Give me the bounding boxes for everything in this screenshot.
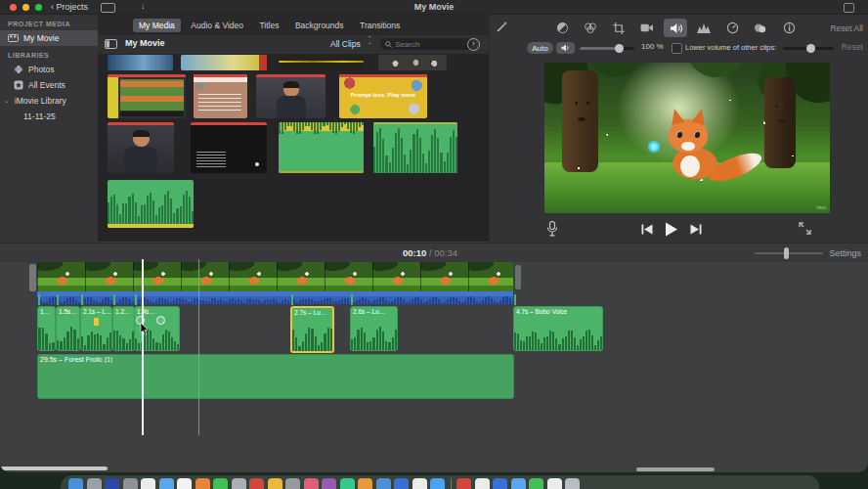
app-4-dock-icon[interactable] [123,478,138,489]
window-action-icon[interactable] [844,3,854,13]
audio-clip[interactable]: 2.1s – L… [80,306,112,351]
reset-button[interactable]: Reset [842,42,863,52]
browser-advance-icon[interactable]: ‹ [467,38,480,51]
app-17-dock-icon[interactable] [358,478,372,489]
disclosure-chevron-icon[interactable]: ⌄ [4,97,10,105]
app-14-dock-icon[interactable] [304,478,319,489]
sidebar-item-photos[interactable]: Photos [0,62,98,77]
sidebar-item-imovie-library[interactable]: ⌄ iMovie Library [0,93,98,109]
media-thumbnail-presenter-2[interactable] [108,122,174,173]
media-thumbnail-presenter[interactable] [256,74,326,118]
trash-dock-icon[interactable] [565,478,580,489]
dropdown-chevrons-icon[interactable]: ⌃⌄ [368,36,372,44]
video-clip-strip[interactable] [37,262,513,291]
speed-button[interactable] [720,19,744,37]
next-frame-button[interactable] [690,224,702,235]
auto-volume-button[interactable]: Auto [527,42,553,54]
app-15-dock-icon[interactable] [322,478,336,489]
timeline-zoom-knob[interactable] [784,247,789,259]
tab-my-media[interactable]: My Media [133,19,181,32]
app-19-dock-icon[interactable] [394,478,409,489]
app-2-dock-icon[interactable] [87,478,102,489]
app-11-dock-icon[interactable] [249,478,264,489]
clip-filter-dropdown[interactable]: All Clips [330,39,361,49]
timeline-zoom-slider[interactable] [755,252,823,254]
sidebar-toggle-icon[interactable] [105,39,117,49]
lower-volume-checkbox[interactable] [672,43,682,54]
play-button[interactable] [665,222,678,237]
tab-titles[interactable]: Titles [253,19,284,32]
app-10-dock-icon[interactable] [232,478,246,489]
app-8-dock-icon[interactable] [195,478,210,489]
clip-info-button[interactable] [777,19,801,37]
media-thumbnail-audio-yellow[interactable] [279,122,364,173]
search-input[interactable]: Search [380,38,472,50]
horizontal-scrollbar[interactable] [0,467,108,470]
audio-clip[interactable]: 2.6s – Lu… [350,306,398,351]
audio-clip[interactable]: 1.5s… [56,306,80,351]
app-25-dock-icon[interactable] [511,478,526,489]
app-16-dock-icon[interactable] [340,478,355,489]
app-5-dock-icon[interactable] [141,478,155,489]
clip-trim-handle-right[interactable] [515,265,521,289]
app-23-dock-icon[interactable] [475,478,490,489]
playhead[interactable] [142,259,144,435]
app-6-dock-icon[interactable] [159,478,174,489]
app-26-dock-icon[interactable] [529,478,543,489]
sidebar-item-all-events[interactable]: All Events [0,77,98,93]
audio-clip[interactable]: 1… [37,306,56,351]
media-thumbnail-audio[interactable] [373,122,457,173]
app-18-dock-icon[interactable] [376,478,391,489]
horizontal-scrollbar-2[interactable] [636,467,715,471]
app-20-dock-icon[interactable] [412,478,427,489]
audio-clip-selected[interactable]: 2.7s – Lu… [290,306,334,353]
color-balance-button[interactable] [550,19,574,37]
noise-reduction-button[interactable] [692,19,716,37]
app-3-dock-icon[interactable] [105,478,119,489]
audio-clip-bobo-voice[interactable]: 4.7s – Bobo Voice [513,306,603,351]
tab-transitions[interactable]: Transitions [354,19,406,32]
media-thumbnail-screen-recording[interactable] [191,122,267,173]
media-thumbnail-notes-doc[interactable] [194,74,247,118]
app-27-dock-icon[interactable] [547,478,562,489]
app-24-dock-icon[interactable] [493,478,507,489]
music-clip-forest-frolic[interactable]: 29.5s – Forest Frolic (1) [37,354,514,399]
tab-backgrounds[interactable]: Backgrounds [289,19,350,32]
volume-slider-knob[interactable] [615,44,624,53]
app-21-dock-icon[interactable] [430,478,445,489]
color-correction-button[interactable] [579,19,602,37]
media-thumbnail[interactable] [108,55,173,70]
timeline-settings-button[interactable]: Settings [829,248,861,258]
app-9-dock-icon[interactable] [213,478,228,489]
lower-volume-slider[interactable] [783,47,834,50]
crop-button[interactable] [607,19,630,37]
mute-button[interactable] [556,42,575,54]
media-thumbnail-audio-2[interactable] [108,180,194,228]
voiceover-mic-button[interactable] [546,221,558,237]
app-13-dock-icon[interactable] [285,478,300,489]
viewer-canvas[interactable]: Veo [544,63,830,213]
media-thumbnail-promo[interactable]: Prompt less, Play more [339,74,427,118]
volume-button[interactable] [664,19,687,37]
tab-audio-video[interactable]: Audio & Video [185,19,249,32]
fullscreen-button[interactable] [799,222,811,235]
media-thumbnail[interactable] [279,55,364,70]
reset-all-button[interactable]: Reset All [830,23,863,33]
audio-clip[interactable]: 1.2… [112,306,135,351]
previous-frame-button[interactable] [641,224,653,235]
app-12-dock-icon[interactable] [268,478,282,489]
volume-slider[interactable] [580,47,634,50]
media-thumbnail-fox-grid-video[interactable] [108,74,186,118]
lower-volume-slider-knob[interactable] [806,44,815,53]
fade-handle[interactable] [156,316,165,325]
sidebar-item-event-date[interactable]: 11-11-25 [0,109,98,124]
enhance-wand-icon[interactable] [495,21,508,34]
sidebar-item-my-movie[interactable]: My Movie [0,30,98,46]
clip-trim-handle-left[interactable] [29,264,36,291]
media-thumbnail[interactable] [378,55,447,70]
stabilization-button[interactable] [635,19,659,37]
app-22-dock-icon[interactable] [456,478,471,489]
app-7-dock-icon[interactable] [177,478,192,489]
media-thumbnail[interactable] [181,55,267,70]
video-audio-waveform[interactable] [37,291,513,304]
